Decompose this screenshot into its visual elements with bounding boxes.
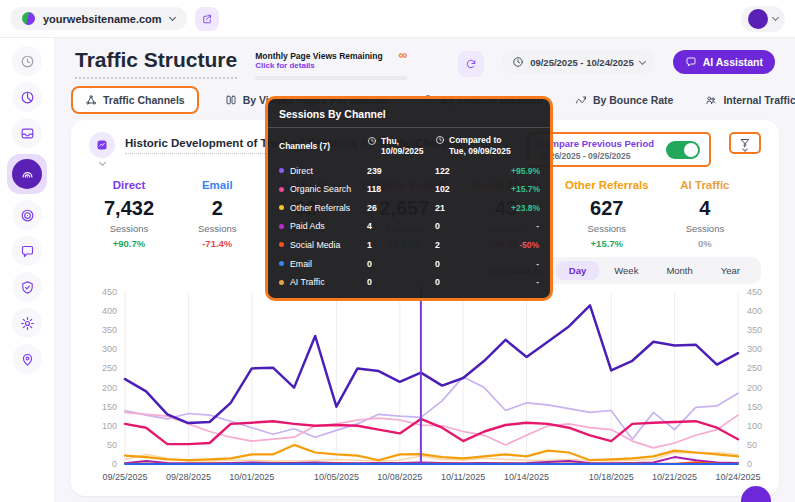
card-collapse-control[interactable] bbox=[89, 132, 115, 165]
sidebar-item-inbox[interactable] bbox=[12, 118, 42, 148]
tooltip-row-other-referrals: Other Referrals2621+23.8% bbox=[279, 198, 539, 217]
tooltip-current-value: 26 bbox=[367, 203, 435, 213]
date-range-picker[interactable]: 09/25/2025 - 10/24/2025 bbox=[502, 50, 655, 74]
refresh-icon bbox=[465, 58, 477, 70]
tooltip-col-compared-caption: Compared to bbox=[449, 135, 501, 145]
tab-internal-traffic[interactable]: Internal Traffic bbox=[699, 86, 795, 114]
tooltip-title: Sessions By Channel bbox=[279, 108, 539, 120]
tooltip-previous-value: 122 bbox=[435, 166, 511, 176]
site-domain: yourwebsitename.com bbox=[43, 13, 162, 25]
site-selector[interactable]: yourwebsitename.com bbox=[10, 7, 187, 30]
stat-change: 0% bbox=[673, 238, 737, 249]
page-header: Traffic Structure Monthly Page Views Rem… bbox=[65, 44, 785, 80]
granularity-week[interactable]: Week bbox=[601, 261, 651, 280]
granularity-year[interactable]: Year bbox=[708, 261, 753, 280]
stat-value: 627 bbox=[565, 197, 649, 220]
svg-text:250: 250 bbox=[747, 363, 762, 373]
tooltip-row-email: Email00- bbox=[279, 254, 539, 273]
svg-text:450: 450 bbox=[747, 287, 762, 297]
site-favicon bbox=[22, 12, 35, 25]
tooltip-col-channels: Channels (7) bbox=[279, 141, 367, 151]
tooltip-row-organic-search: Organic Search118102+15.7% bbox=[279, 180, 539, 199]
page-title: Traffic Structure bbox=[75, 48, 237, 79]
refresh-button[interactable] bbox=[458, 51, 484, 77]
open-site-button[interactable] bbox=[195, 7, 219, 31]
channel-dot bbox=[279, 261, 284, 266]
channel-dot bbox=[279, 205, 284, 210]
svg-text:0: 0 bbox=[747, 459, 752, 469]
date-range-value: 09/25/2025 - 10/24/2025 bbox=[530, 57, 634, 68]
sidebar-item-traffic[interactable] bbox=[7, 154, 47, 194]
sidebar-item-feedback[interactable] bbox=[12, 236, 42, 266]
stat-email[interactable]: Email2Sessions-71.4% bbox=[185, 179, 249, 249]
compare-toggle[interactable] bbox=[666, 141, 700, 159]
ai-assistant-label: AI Assistant bbox=[703, 56, 763, 68]
pages-icon bbox=[225, 94, 237, 106]
tooltip-previous-value: 102 bbox=[435, 184, 511, 194]
svg-text:10/01/2025: 10/01/2025 bbox=[229, 472, 274, 482]
stat-value: 2 bbox=[185, 197, 249, 220]
tooltip-previous-value: 0 bbox=[435, 259, 511, 269]
tooltip-change: -50% bbox=[511, 240, 539, 250]
svg-text:10/21/2025: 10/21/2025 bbox=[652, 472, 697, 482]
avatar bbox=[748, 9, 768, 29]
stat-other-referrals[interactable]: Other Referrals627Sessions+15.7% bbox=[565, 179, 649, 249]
account-menu[interactable] bbox=[741, 6, 785, 32]
svg-text:250: 250 bbox=[102, 363, 117, 373]
compare-label: Compare Previous Period bbox=[538, 138, 654, 149]
sidebar-item-pie-analytics[interactable] bbox=[12, 82, 42, 112]
compare-range: 08/26/2025 - 09/25/2025 bbox=[538, 151, 654, 161]
infinity-quota: ∞ bbox=[399, 51, 408, 61]
stat-change: +90.7% bbox=[97, 238, 161, 249]
tab-by-bounce-rate[interactable]: By Bounce Rate bbox=[569, 86, 680, 114]
chat-icon bbox=[685, 56, 697, 68]
page-views-title: Monthly Page Views Remaining bbox=[255, 51, 382, 61]
tab-traffic-channels[interactable]: Traffic Channels bbox=[71, 86, 199, 114]
sidebar-item-security[interactable] bbox=[12, 272, 42, 302]
svg-text:150: 150 bbox=[102, 402, 117, 412]
svg-text:350: 350 bbox=[747, 325, 762, 335]
stat-direct[interactable]: Direct7,432Sessions+90.7% bbox=[97, 179, 161, 249]
granularity-month[interactable]: Month bbox=[653, 261, 705, 280]
chevron-down-icon bbox=[772, 14, 779, 21]
svg-text:350: 350 bbox=[102, 325, 117, 335]
gear-icon bbox=[20, 316, 35, 331]
filter-button[interactable] bbox=[729, 132, 761, 154]
chart-check-icon bbox=[96, 139, 108, 151]
sidebar-item-history[interactable] bbox=[12, 46, 42, 76]
chevron-down-icon bbox=[639, 57, 646, 64]
tooltip-change: - bbox=[511, 221, 539, 231]
sidebar-item-location[interactable] bbox=[12, 344, 42, 374]
hub-icon bbox=[85, 94, 97, 106]
pin-icon bbox=[20, 352, 35, 367]
tooltip-change: +15.7% bbox=[511, 184, 540, 194]
tab-label: By Bounce Rate bbox=[593, 94, 674, 106]
sidebar-item-settings[interactable] bbox=[12, 308, 42, 338]
svg-text:100: 100 bbox=[747, 421, 762, 431]
svg-text:10/11/2025: 10/11/2025 bbox=[441, 472, 485, 482]
granularity-day[interactable]: Day bbox=[556, 261, 599, 280]
tooltip-change: - bbox=[511, 277, 539, 287]
channel-dot bbox=[279, 242, 284, 247]
tooltip-header-row: Channels (7) Thu, 10/09/2025 Compared to… bbox=[279, 135, 539, 156]
tooltip-channel: Social Media bbox=[290, 240, 340, 250]
page-views-details-link[interactable]: Click for details bbox=[255, 61, 382, 70]
sidebar-item-goals[interactable] bbox=[12, 200, 42, 230]
stat-unit: Sessions bbox=[565, 223, 649, 234]
clock-icon bbox=[512, 56, 524, 68]
stat-unit: Sessions bbox=[673, 223, 737, 234]
chevron-down-icon bbox=[98, 159, 105, 166]
channel-dot bbox=[279, 168, 284, 173]
ai-assistant-button[interactable]: AI Assistant bbox=[673, 50, 775, 74]
svg-text:150: 150 bbox=[747, 402, 762, 412]
waves-icon bbox=[20, 167, 35, 182]
tooltip-current-value: 1 bbox=[367, 240, 435, 250]
svg-text:400: 400 bbox=[747, 306, 762, 316]
sessions-tooltip: Sessions By Channel Channels (7) Thu, 10… bbox=[265, 96, 553, 301]
svg-text:50: 50 bbox=[747, 440, 757, 450]
stat-ai-traffic[interactable]: AI Traffic4Sessions0% bbox=[673, 179, 737, 249]
tooltip-change: - bbox=[511, 259, 539, 269]
svg-text:50: 50 bbox=[107, 440, 117, 450]
channel-dot bbox=[279, 187, 284, 192]
svg-text:400: 400 bbox=[102, 306, 117, 316]
